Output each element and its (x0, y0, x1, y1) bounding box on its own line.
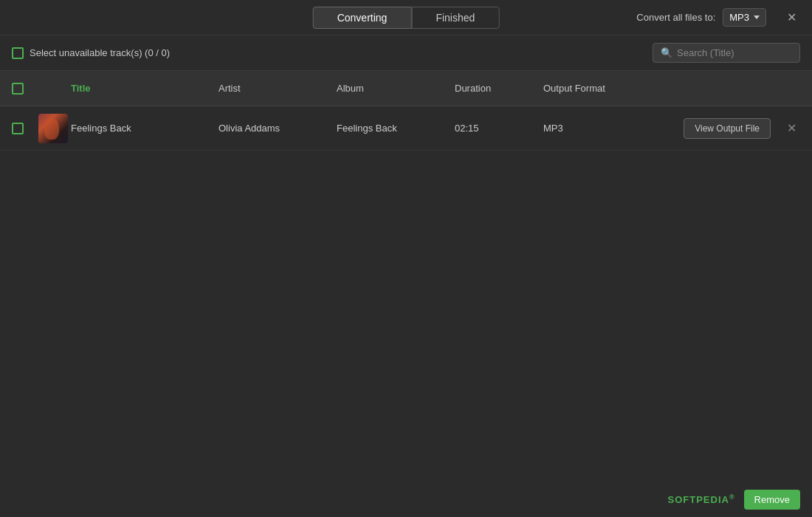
format-dropdown[interactable]: MP3 (723, 8, 766, 27)
col-output-format-header: Output Format (543, 83, 647, 94)
col-artist-header: Artist (219, 83, 337, 94)
toolbar: Select unavailable track(s) (0 / 0) 🔍 (0, 35, 812, 71)
row-title: Feelings Back (71, 123, 219, 134)
col-title-header: Title (71, 83, 219, 94)
table-body: Feelings Back Olivia Addams Feelings Bac… (0, 106, 812, 151)
row-album: Feelings Back (337, 123, 455, 134)
select-unavailable-checkbox[interactable] (12, 47, 24, 59)
remove-row-button[interactable]: ✕ (782, 120, 800, 137)
convert-all-label: Convert all files to: (636, 12, 715, 23)
row-thumb-col (38, 114, 71, 143)
search-icon: 🔍 (661, 47, 672, 58)
header-checkbox-col (12, 83, 38, 95)
track-thumbnail (38, 114, 68, 143)
row-checkbox[interactable] (12, 123, 24, 134)
search-input[interactable] (677, 47, 792, 58)
select-unavailable-section: Select unavailable track(s) (0 / 0) (12, 47, 170, 59)
softpedia-brand: SOFTPEDIA® (668, 493, 735, 505)
row-actions: View Output File ✕ (647, 118, 800, 139)
convert-all-section: Convert all files to: MP3 ✕ (636, 8, 800, 27)
format-value: MP3 (729, 12, 749, 23)
table-row: Feelings Back Olivia Addams Feelings Bac… (0, 106, 812, 151)
row-output-format: MP3 (543, 123, 647, 134)
select-all-checkbox[interactable] (12, 83, 24, 95)
row-artist: Olivia Addams (219, 123, 337, 134)
row-duration: 02:15 (455, 123, 543, 134)
chevron-down-icon (754, 16, 760, 19)
footer: SOFTPEDIA® Remove (656, 482, 812, 517)
select-unavailable-label: Select unavailable track(s) (0 / 0) (30, 47, 170, 58)
row-checkbox-col (12, 123, 38, 134)
tab-finished[interactable]: Finished (411, 7, 499, 29)
col-album-header: Album (337, 83, 455, 94)
app-header: Converting Finished Convert all files to… (0, 0, 812, 35)
table-header: Title Artist Album Duration Output Forma… (0, 71, 812, 106)
col-duration-header: Duration (455, 83, 543, 94)
remove-watermark-button[interactable]: Remove (744, 490, 800, 510)
search-box[interactable]: 🔍 (653, 43, 800, 63)
close-button[interactable]: ✕ (782, 9, 800, 27)
tab-converting[interactable]: Converting (313, 7, 412, 29)
tab-group: Converting Finished (313, 7, 500, 29)
view-output-file-button[interactable]: View Output File (684, 118, 771, 139)
